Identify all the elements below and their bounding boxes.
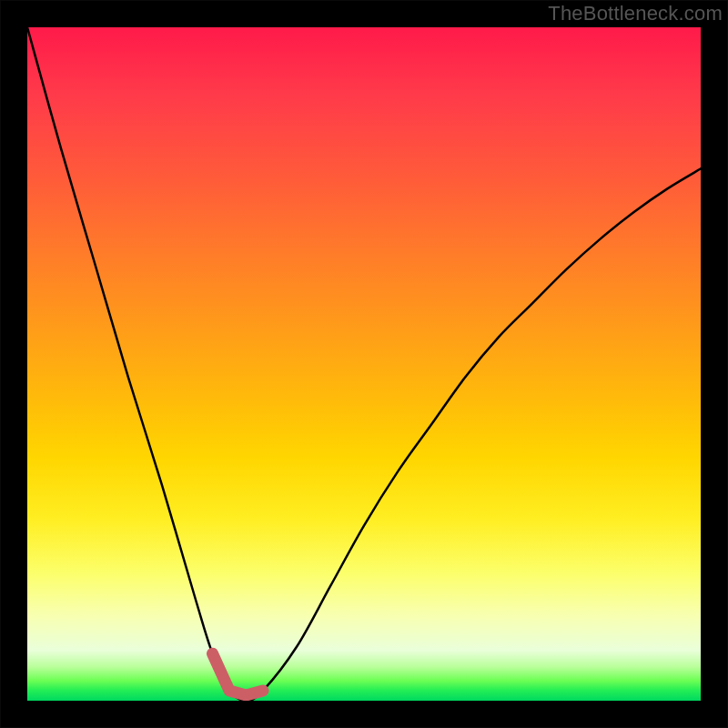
valley-marker <box>213 653 264 695</box>
curve-svg <box>27 27 701 701</box>
chart-frame: TheBottleneck.com <box>0 0 728 728</box>
bottleneck-curve <box>27 27 701 701</box>
plot-area <box>27 27 701 701</box>
watermark: TheBottleneck.com <box>548 2 723 25</box>
